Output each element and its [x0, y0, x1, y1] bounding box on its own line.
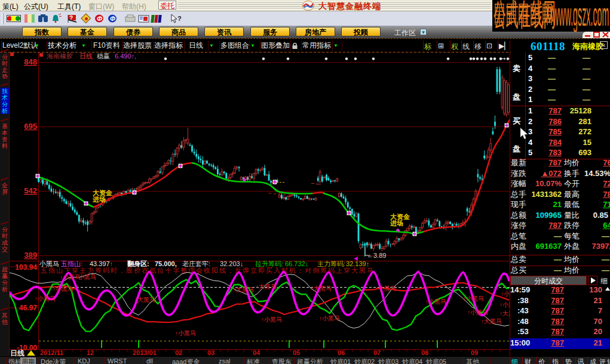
svg-text:↑小黑马: ↑小黑马	[75, 274, 96, 280]
svg-text:2013/01: 2013/01	[133, 349, 157, 356]
svg-text:↑小黑马: ↑小黑马	[375, 285, 396, 292]
svg-text:06: 06	[338, 349, 345, 356]
svg-text:02: 02	[175, 349, 182, 356]
svg-text:↑大黑马: ↑大黑马	[256, 283, 277, 290]
svg-text:海南橡胶日线稳赢6.490↑,: 海南橡胶日线稳赢6.490↑,	[47, 53, 136, 60]
svg-text:Φ: Φ	[97, 15, 102, 22]
svg-text:103.94: 103.94	[15, 263, 37, 272]
svg-text:↑小黑马: ↑小黑马	[463, 295, 484, 302]
svg-text:12: 12	[87, 349, 94, 356]
svg-text:进场: 进场	[390, 220, 403, 227]
svg-text:07: 07	[373, 349, 381, 356]
svg-text:03: 03	[207, 349, 214, 356]
svg-text:Φ: Φ	[110, 15, 115, 22]
svg-text:↑小黑马: ↑小黑马	[175, 330, 196, 337]
svg-text:↑小黑马: ↑小黑马	[35, 295, 56, 302]
svg-text:?: ?	[177, 15, 182, 22]
svg-text:↑大黑马: ↑大黑马	[233, 286, 254, 293]
svg-text:389: 389	[24, 251, 37, 260]
svg-text:46.97: 46.97	[19, 304, 37, 312]
svg-text:05: 05	[293, 349, 300, 356]
svg-text:↑小黑马: ↑小黑马	[467, 309, 488, 316]
svg-text:↑大黑马: ↑大黑马	[311, 285, 332, 292]
svg-text:↑小黑马: ↑小黑马	[261, 316, 282, 323]
svg-text:542: 542	[24, 186, 37, 195]
svg-text:695: 695	[24, 122, 37, 131]
svg-text:←3.89: ←3.89	[367, 252, 386, 259]
svg-text:↑小黑马: ↑小黑马	[425, 298, 446, 305]
svg-text:进场: 进场	[92, 196, 106, 203]
svg-text:↑小黑马: ↑小黑马	[53, 286, 73, 292]
svg-text:日线: 日线	[10, 349, 24, 356]
svg-text:848: 848	[24, 57, 37, 66]
svg-text:↑小黑马: ↑小黑马	[319, 315, 340, 322]
svg-text:五指山下穿主力筹码时，股价在低位十字整理会收阳线，反弹立即买: 五指山下穿主力筹码时，股价在低位十字整理会收阳线，反弹立即买入时机；对倒筹码上穿…	[41, 267, 375, 274]
svg-text:2012/11: 2012/11	[40, 349, 63, 356]
svg-text:↑大黑马: ↑大黑马	[134, 297, 155, 303]
